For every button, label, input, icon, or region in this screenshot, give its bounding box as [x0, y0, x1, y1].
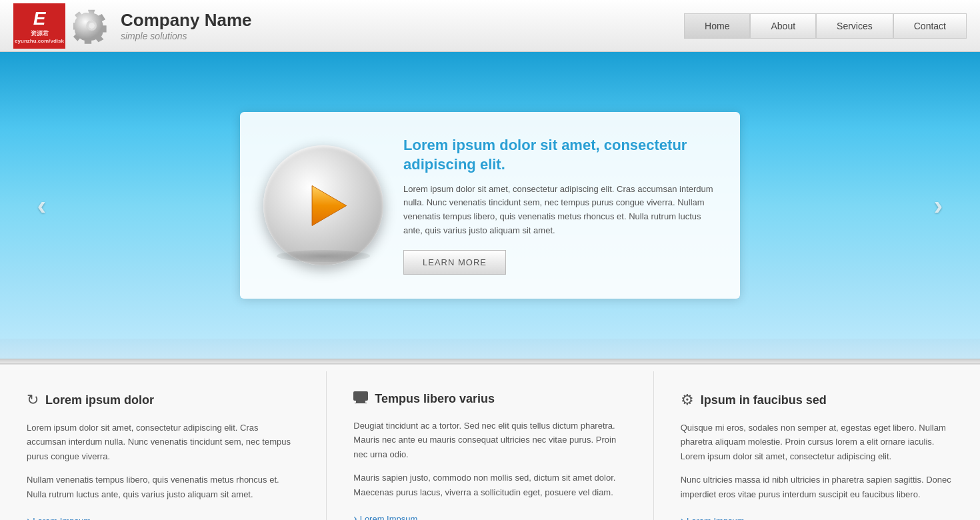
svg-rect-5 — [355, 403, 367, 403]
feature-title-1: Lorem ipsum dolor — [45, 393, 154, 407]
header: E 资源君 eyunzhu.com/vdisk Company N — [0, 0, 980, 52]
svg-rect-3 — [353, 391, 368, 401]
company-tagline: simple solutions — [121, 31, 252, 41]
feature-para-1a: Lorem ipsum dolor sit amet, consectetur … — [27, 421, 299, 463]
feature-para-2b: Mauris sapien justo, commodo non mollis … — [353, 471, 626, 499]
slider-prev-button[interactable]: ‹ — [27, 189, 57, 222]
gear-icon — [73, 7, 110, 44]
feature-link-1[interactable]: Lorem Impsum — [27, 515, 91, 520]
logo-area: E 资源君 eyunzhu.com/vdisk Company N — [13, 3, 252, 49]
slide-body: Lorem ipsum dolor sit amet, consectetur … — [403, 183, 717, 238]
play-icon — [303, 181, 353, 231]
logo-brand: 资源君 — [31, 29, 49, 38]
logo-letter: E — [33, 8, 46, 29]
feature-icon-3: ⚙ — [681, 391, 694, 409]
svg-marker-2 — [312, 185, 347, 225]
feature-header-3: ⚙ Ipsum in faucibus sed — [681, 391, 953, 409]
feature-para-2a: Deugiat tincidunt ac a tortor. Sed nec e… — [353, 419, 626, 461]
svg-point-1 — [89, 23, 95, 29]
logo-url: eyunzhu.com/vdisk — [15, 38, 64, 44]
feature-para-3b: Nunc ultricies massa id nibh ultricies i… — [681, 473, 953, 501]
feature-header-2: Tempus libero varius — [353, 391, 626, 407]
divider — [0, 359, 980, 364]
hero-section: ‹ Lorem ipsum dolor sit amet, consec — [0, 52, 980, 359]
nav-contact[interactable]: Contact — [893, 13, 967, 39]
feature-icon-1: ↻ — [27, 391, 39, 409]
learn-more-button[interactable]: LEARN MORE — [403, 250, 506, 275]
slide-content: Lorem ipsum dolor sit amet, consectetur … — [403, 136, 717, 274]
svg-rect-4 — [356, 401, 365, 403]
feature-header-1: ↻ Lorem ipsum dolor — [27, 391, 299, 409]
feature-title-2: Tempus libero varius — [375, 392, 495, 406]
nav-about[interactable]: About — [750, 13, 816, 39]
logo-box: E 资源君 eyunzhu.com/vdisk — [13, 3, 65, 49]
feature-icon-2 — [353, 391, 368, 407]
prev-arrow-icon: ‹ — [37, 191, 46, 221]
company-name: Company Name — [121, 10, 252, 31]
feature-col-2: Tempus libero varius Deugiat tincidunt a… — [327, 371, 653, 520]
navigation: Home About Services Contact — [684, 13, 967, 39]
slider-next-button[interactable]: › — [923, 189, 953, 222]
nav-services[interactable]: Services — [816, 13, 893, 39]
feature-link-2[interactable]: Lorem Impsum — [353, 513, 417, 520]
feature-para-1b: Nullam venenatis tempus libero, quis ven… — [27, 473, 299, 501]
feature-col-3: ⚙ Ipsum in faucibus sed Quisque mi eros,… — [654, 371, 980, 520]
feature-title-3: Ipsum in faucibus sed — [701, 393, 827, 407]
features-section: ↻ Lorem ipsum dolor Lorem ipsum dolor si… — [0, 364, 980, 520]
nav-home[interactable]: Home — [684, 13, 750, 39]
slide-circle-icon — [263, 145, 383, 265]
feature-link-3[interactable]: Lorem Impsum — [681, 515, 745, 520]
slide-card: Lorem ipsum dolor sit amet, consectetur … — [240, 112, 740, 299]
next-arrow-icon: › — [934, 191, 943, 221]
feature-para-3a: Quisque mi eros, sodales non semper at, … — [681, 421, 953, 463]
company-text: Company Name simple solutions — [121, 10, 252, 41]
feature-col-1: ↻ Lorem ipsum dolor Lorem ipsum dolor si… — [0, 371, 327, 520]
slide-icon-wrap — [263, 145, 383, 265]
slide-heading: Lorem ipsum dolor sit amet, consectetur … — [403, 136, 717, 174]
